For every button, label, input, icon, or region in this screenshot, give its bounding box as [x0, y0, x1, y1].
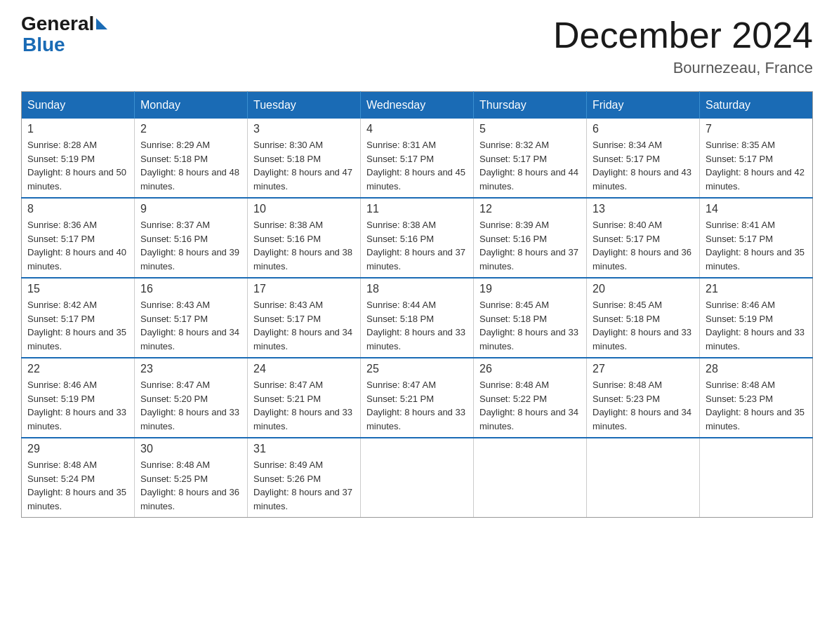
day-number: 20 [593, 283, 694, 295]
sunset-label: Sunset: 5:17 PM [253, 314, 321, 324]
day-number: 24 [253, 363, 355, 375]
calendar-cell: 29 Sunrise: 8:48 AM Sunset: 5:24 PM Dayl… [22, 438, 135, 518]
sunrise-label: Sunrise: 8:47 AM [253, 380, 323, 390]
day-number: 27 [593, 363, 694, 375]
day-number: 18 [366, 283, 468, 295]
sunrise-label: Sunrise: 8:39 AM [479, 220, 549, 230]
calendar-cell: 21 Sunrise: 8:46 AM Sunset: 5:19 PM Dayl… [700, 278, 813, 358]
column-header-sunday: Sunday [22, 92, 135, 119]
calendar-cell: 15 Sunrise: 8:42 AM Sunset: 5:17 PM Dayl… [22, 278, 135, 358]
sunset-label: Sunset: 5:18 PM [253, 154, 321, 164]
sunset-label: Sunset: 5:17 PM [27, 314, 95, 324]
calendar-week-row: 29 Sunrise: 8:48 AM Sunset: 5:24 PM Dayl… [22, 438, 813, 518]
daylight-label: Daylight: 8 hours and 35 minutes. [27, 487, 126, 511]
sunset-label: Sunset: 5:17 PM [479, 154, 547, 164]
sunset-label: Sunset: 5:26 PM [253, 474, 321, 484]
sunset-label: Sunset: 5:17 PM [706, 154, 773, 164]
sunset-label: Sunset: 5:19 PM [27, 154, 95, 164]
day-info: Sunrise: 8:35 AM Sunset: 5:17 PM Dayligh… [706, 138, 807, 193]
sunset-label: Sunset: 5:17 PM [593, 234, 660, 244]
daylight-label: Daylight: 8 hours and 42 minutes. [706, 167, 805, 192]
day-info: Sunrise: 8:48 AM Sunset: 5:23 PM Dayligh… [593, 378, 694, 433]
calendar-cell: 6 Sunrise: 8:34 AM Sunset: 5:17 PM Dayli… [587, 119, 700, 198]
calendar-cell: 14 Sunrise: 8:41 AM Sunset: 5:17 PM Dayl… [700, 198, 813, 278]
day-number: 22 [27, 363, 128, 375]
daylight-label: Daylight: 8 hours and 34 minutes. [479, 407, 578, 431]
calendar-cell: 30 Sunrise: 8:48 AM Sunset: 5:25 PM Dayl… [135, 438, 248, 518]
sunrise-label: Sunrise: 8:42 AM [27, 300, 97, 310]
calendar-cell: 20 Sunrise: 8:45 AM Sunset: 5:18 PM Dayl… [587, 278, 700, 358]
daylight-label: Daylight: 8 hours and 44 minutes. [479, 167, 578, 192]
daylight-label: Daylight: 8 hours and 34 minutes. [253, 327, 352, 351]
day-number: 23 [140, 363, 241, 375]
day-number: 3 [253, 123, 355, 135]
column-header-thursday: Thursday [474, 92, 587, 119]
daylight-label: Daylight: 8 hours and 33 minutes. [593, 327, 691, 351]
calendar-cell: 1 Sunrise: 8:28 AM Sunset: 5:19 PM Dayli… [22, 119, 135, 198]
sunset-label: Sunset: 5:24 PM [27, 474, 95, 484]
day-info: Sunrise: 8:43 AM Sunset: 5:17 PM Dayligh… [140, 298, 241, 353]
day-info: Sunrise: 8:28 AM Sunset: 5:19 PM Dayligh… [27, 138, 128, 193]
sunrise-label: Sunrise: 8:36 AM [27, 220, 97, 230]
sunrise-label: Sunrise: 8:48 AM [27, 459, 97, 470]
day-number: 12 [479, 203, 581, 215]
calendar-cell: 18 Sunrise: 8:44 AM Sunset: 5:18 PM Dayl… [361, 278, 474, 358]
daylight-label: Daylight: 8 hours and 48 minutes. [140, 167, 239, 192]
calendar-cell: 16 Sunrise: 8:43 AM Sunset: 5:17 PM Dayl… [135, 278, 248, 358]
day-info: Sunrise: 8:43 AM Sunset: 5:17 PM Dayligh… [253, 298, 355, 353]
calendar-cell: 26 Sunrise: 8:48 AM Sunset: 5:22 PM Dayl… [474, 358, 587, 438]
logo-arrow-icon [96, 18, 107, 29]
calendar-cell: 19 Sunrise: 8:45 AM Sunset: 5:18 PM Dayl… [474, 278, 587, 358]
day-info: Sunrise: 8:29 AM Sunset: 5:18 PM Dayligh… [140, 138, 241, 193]
day-number: 15 [27, 283, 128, 295]
sunset-label: Sunset: 5:18 PM [593, 314, 660, 324]
calendar-cell: 23 Sunrise: 8:47 AM Sunset: 5:20 PM Dayl… [135, 358, 248, 438]
daylight-label: Daylight: 8 hours and 35 minutes. [706, 247, 805, 271]
sunrise-label: Sunrise: 8:31 AM [366, 140, 436, 150]
day-number: 31 [253, 443, 355, 455]
calendar-table: SundayMondayTuesdayWednesdayThursdayFrid… [21, 91, 813, 518]
daylight-label: Daylight: 8 hours and 37 minutes. [479, 247, 578, 271]
day-info: Sunrise: 8:40 AM Sunset: 5:17 PM Dayligh… [593, 218, 694, 273]
daylight-label: Daylight: 8 hours and 37 minutes. [366, 247, 465, 271]
day-number: 19 [479, 283, 581, 295]
sunset-label: Sunset: 5:17 PM [140, 314, 208, 324]
sunset-label: Sunset: 5:16 PM [253, 234, 321, 244]
day-info: Sunrise: 8:38 AM Sunset: 5:16 PM Dayligh… [253, 218, 355, 273]
calendar-cell: 17 Sunrise: 8:43 AM Sunset: 5:17 PM Dayl… [248, 278, 361, 358]
daylight-label: Daylight: 8 hours and 45 minutes. [366, 167, 465, 192]
logo-blue-text: Blue [21, 35, 107, 55]
day-number: 1 [27, 123, 128, 135]
day-info: Sunrise: 8:48 AM Sunset: 5:23 PM Dayligh… [706, 378, 807, 433]
sunrise-label: Sunrise: 8:48 AM [593, 380, 662, 390]
column-header-friday: Friday [587, 92, 700, 119]
calendar-cell: 13 Sunrise: 8:40 AM Sunset: 5:17 PM Dayl… [587, 198, 700, 278]
calendar-cell [361, 438, 474, 518]
daylight-label: Daylight: 8 hours and 34 minutes. [140, 327, 239, 351]
calendar-cell: 2 Sunrise: 8:29 AM Sunset: 5:18 PM Dayli… [135, 119, 248, 198]
day-info: Sunrise: 8:48 AM Sunset: 5:24 PM Dayligh… [27, 458, 128, 513]
day-number: 25 [366, 363, 468, 375]
daylight-label: Daylight: 8 hours and 33 minutes. [27, 407, 126, 431]
daylight-label: Daylight: 8 hours and 33 minutes. [366, 407, 465, 431]
day-number: 14 [706, 203, 807, 215]
logo: General Blue [21, 14, 107, 55]
day-info: Sunrise: 8:45 AM Sunset: 5:18 PM Dayligh… [593, 298, 694, 353]
day-info: Sunrise: 8:30 AM Sunset: 5:18 PM Dayligh… [253, 138, 355, 193]
sunset-label: Sunset: 5:21 PM [253, 394, 321, 404]
calendar-week-row: 1 Sunrise: 8:28 AM Sunset: 5:19 PM Dayli… [22, 119, 813, 198]
day-info: Sunrise: 8:44 AM Sunset: 5:18 PM Dayligh… [366, 298, 468, 353]
sunrise-label: Sunrise: 8:38 AM [366, 220, 436, 230]
sunrise-label: Sunrise: 8:46 AM [27, 380, 97, 390]
calendar-cell: 3 Sunrise: 8:30 AM Sunset: 5:18 PM Dayli… [248, 119, 361, 198]
sunrise-label: Sunrise: 8:46 AM [706, 300, 775, 310]
sunrise-label: Sunrise: 8:44 AM [366, 300, 436, 310]
sunrise-label: Sunrise: 8:47 AM [366, 380, 436, 390]
day-number: 7 [706, 123, 807, 135]
calendar-cell: 25 Sunrise: 8:47 AM Sunset: 5:21 PM Dayl… [361, 358, 474, 438]
sunset-label: Sunset: 5:17 PM [706, 234, 773, 244]
day-number: 29 [27, 443, 128, 455]
day-info: Sunrise: 8:41 AM Sunset: 5:17 PM Dayligh… [706, 218, 807, 273]
logo-general-text: General [21, 14, 94, 34]
day-number: 9 [140, 203, 241, 215]
